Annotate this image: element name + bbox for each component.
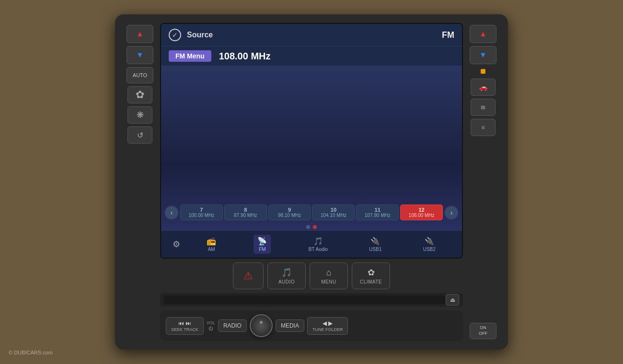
power-icon: ⏻ [208,326,213,331]
watermark: © DUBICARS.com [9,350,53,355]
right-up-arrow[interactable]: ▲ [470,25,496,43]
frequency-display: 108.00 MHz [219,51,271,62]
hazard-button[interactable]: ⚠ [233,262,264,289]
page-dot-2 [313,225,317,229]
fan-low-button[interactable]: ❋ [127,106,152,124]
menu-button[interactable]: ⌂ MENU [310,262,348,289]
source-bt-button[interactable]: 🎵 BT Audio [305,235,332,254]
source-icons-row: ⚙ 📻 AM 📡 FM 🎵 BT Audio [161,231,462,258]
page-dot-1 [306,225,310,229]
settings-button[interactable]: ⚙ [167,235,186,254]
preset-slot-8[interactable]: 8 87.90 MHz [224,205,267,220]
source-usb1-button[interactable]: 🔌 USB1 [365,235,385,254]
infotainment-screen: ✓ Source FM FM Menu 108.00 MHz ‹ 7 [160,23,463,259]
defrost-rear-button[interactable]: ≋ [471,99,496,116]
recirc-button[interactable]: ↺ [127,126,152,144]
cd-slot-row: ⏏ [160,293,463,307]
preset-slot-12[interactable]: 12 108.00 MHz [400,205,443,220]
source-label: Source [187,31,213,39]
preset-row: ‹ 7 100.00 MHz 8 87.90 MHz 9 [161,202,462,223]
source-usb2-button[interactable]: 🔌 USB2 [419,235,439,254]
seek-track-button[interactable]: ⏮ ⏭ SEEK TRACK [166,317,204,335]
preset-slot-7[interactable]: 7 100.00 MHz [180,205,223,220]
screen-body: ‹ 7 100.00 MHz 8 87.90 MHz 9 [161,66,462,231]
preset-slots: 7 100.00 MHz 8 87.90 MHz 9 98.10 MHz [180,205,443,220]
control-bar: ⏮ ⏭ SEEK TRACK VOL ⏻ RADIO MEDIA ◀ ▶ [160,310,463,341]
auto-button[interactable]: AUTO [127,67,153,83]
source-value: FM [442,30,454,40]
audio-button[interactable]: 🎵 AUDIO [267,262,306,289]
climate-button[interactable]: ✿ CLIMATE [352,262,390,289]
recirculate-button[interactable]: 🚗 [471,79,496,96]
on-off-button[interactable]: ONOFF [470,323,496,339]
right-panel: ▲ ▼ 🚗 ≋ ≡ ONOFF [467,23,499,341]
eject-button[interactable]: ⏏ [446,294,459,306]
defrost-front-button[interactable]: ≡ [471,119,496,136]
left-panel: ▲ ▼ AUTO ✿ ❋ ↺ [124,23,156,341]
fm-menu-bar: FM Menu 108.00 MHz [161,46,462,66]
tune-folder-button[interactable]: ◀ ▶ TUNE FOLDER [307,317,348,335]
fm-menu-button[interactable]: FM Menu [169,50,211,62]
orange-indicator [481,69,485,74]
source-fm-button[interactable]: 📡 FM [254,235,271,254]
volume-knob[interactable] [250,314,273,337]
fan-high-button[interactable]: ✿ [127,86,152,103]
orange-indicator-wrapper [481,69,485,74]
on-off-wrapper: ONOFF [470,323,496,339]
vol-dot [260,321,263,324]
page-dots [161,223,462,231]
media-button[interactable]: MEDIA [276,319,304,332]
right-down-arrow[interactable]: ▼ [470,46,496,64]
source-am-button[interactable]: 📻 AM [203,235,220,254]
preset-next-button[interactable]: › [445,206,458,219]
left-up-arrow[interactable]: ▲ [127,25,153,43]
vol-label: VOL [207,320,215,325]
left-down-arrow[interactable]: ▼ [127,46,153,64]
source-icon[interactable]: ✓ [169,29,181,41]
source-buttons: 📻 AM 📡 FM 🎵 BT Audio 🔌 [186,235,456,254]
center-section: ✓ Source FM FM Menu 108.00 MHz ‹ 7 [160,23,463,341]
bottom-function-buttons: ⚠ 🎵 AUDIO ⌂ MENU ✿ CLIMATE [160,262,463,289]
radio-button[interactable]: RADIO [218,319,247,332]
preset-slot-9[interactable]: 9 98.10 MHz [268,205,311,220]
preset-prev-button[interactable]: ‹ [165,206,178,219]
preset-slot-10[interactable]: 10 104.10 MHz [312,205,355,220]
cd-slot [164,296,446,304]
screen-header: ✓ Source FM [161,24,462,46]
preset-slot-11[interactable]: 11 107.90 MHz [356,205,399,220]
